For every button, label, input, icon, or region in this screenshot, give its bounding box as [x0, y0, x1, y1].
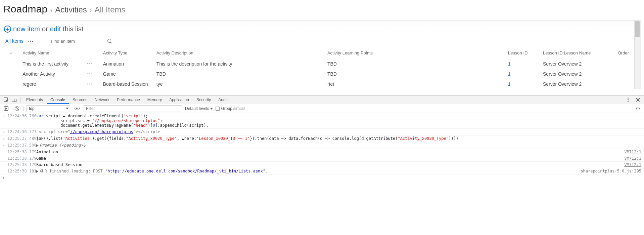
cell-lesson-name: Server Overview 2 [540, 79, 615, 89]
console-source-link[interactable]: VM712:1 [624, 162, 641, 167]
search-icon[interactable] [107, 39, 111, 43]
activities-table: ✓ Activity Name Activity Type Activity D… [3, 48, 640, 89]
cell-lesson-name: Server Overview 2 [540, 69, 615, 79]
new-item-or-text: or [42, 25, 48, 33]
cell-learning-points: rtet [325, 79, 505, 89]
cell-lesson-id[interactable]: 1 [508, 81, 511, 87]
view-all-items[interactable]: All Items [5, 38, 24, 44]
devtools-tab-network[interactable]: Network [91, 96, 113, 104]
devtools-panel: ElementsConsoleSourcesNetworkPerformance… [0, 95, 644, 181]
console-prompt[interactable]: › [0, 174, 644, 181]
console-toolbar: top Default levels Group similar [0, 104, 644, 113]
cell-activity-type: Board-based Session [100, 79, 154, 89]
cell-activity-type: Animation [100, 59, 154, 69]
row-menu-icon[interactable]: ··· [87, 61, 93, 67]
chevron-right-icon: › [3, 175, 4, 180]
cell-lesson-id[interactable]: 1 [508, 61, 511, 67]
console-entry[interactable]: ‹12:24:36.777 <script src="//unpkg.com/s… [0, 129, 644, 135]
execution-context-select[interactable]: top [27, 105, 70, 112]
devtools-close-icon[interactable] [634, 96, 642, 104]
table-row[interactable]: This is the first activity···AnimationTh… [3, 59, 640, 69]
plus-circle-icon[interactable] [4, 26, 11, 33]
console-entry[interactable]: ‹12:25:37.500Promise {<pending>} [0, 142, 644, 149]
clear-console-icon[interactable] [13, 105, 21, 113]
device-toolbar-icon[interactable] [10, 96, 18, 104]
devtools-tab-console[interactable]: Console [47, 96, 69, 104]
col-activity-name[interactable]: Activity Name [20, 48, 84, 59]
new-item-tail-text: this list [63, 25, 83, 33]
log-levels-select[interactable]: Default levels [185, 106, 213, 111]
col-activity-description[interactable]: Activity Description [154, 48, 325, 59]
cell-activity-type: Game [100, 69, 154, 79]
console-entry[interactable]: 12:25:38.181XHR finished loading: POST "… [0, 168, 644, 174]
devtools-tab-security[interactable]: Security [193, 96, 215, 104]
console-source-link[interactable]: VM712:1 [624, 156, 641, 161]
breadcrumb-list[interactable]: Activities [55, 5, 87, 14]
console-entry[interactable]: ›12:25:37.489$SP().list('Activities').ge… [0, 135, 644, 142]
cell-activity-description: tye [154, 79, 325, 89]
devtools-tab-elements[interactable]: Elements [22, 96, 47, 104]
chevron-down-icon [66, 108, 68, 109]
group-similar-checkbox[interactable]: Group similar [216, 106, 245, 111]
console-entry[interactable]: 12:25:38.179Board-based SessionVM712:1 [0, 162, 644, 168]
col-activity-type[interactable]: Activity Type [100, 48, 154, 59]
view-more-icon[interactable]: ··· [28, 39, 34, 44]
devtools-tab-performance[interactable]: Performance [113, 96, 144, 104]
devtools-tab-audits[interactable]: Audits [215, 96, 233, 104]
context-select-value: top [29, 106, 35, 111]
select-all-checkbox[interactable]: ✓ [10, 50, 13, 55]
row-menu-icon[interactable]: ··· [87, 81, 93, 87]
devtools-tab-sources[interactable]: Sources [69, 96, 91, 104]
inspect-element-icon[interactable] [2, 96, 10, 104]
cell-activity-name: regere [20, 79, 84, 89]
chevron-right-icon: › [50, 6, 52, 14]
vertical-scrollbar[interactable] [634, 21, 640, 89]
breadcrumb-root[interactable]: Roadmap [3, 3, 47, 15]
new-item-row: new item or edit this list [3, 25, 640, 36]
list-container: new item or edit this list All Items ···… [3, 20, 641, 89]
cell-lesson-id[interactable]: 1 [508, 71, 511, 77]
cell-activity-description: TBD [154, 69, 325, 79]
new-item-link[interactable]: new item [13, 25, 40, 33]
console-entry[interactable]: 12:25:38.179AnimationVM712:1 [0, 149, 644, 155]
devtools-tab-memory[interactable]: Memory [144, 96, 166, 104]
cell-activity-description: This is the description for the activity [154, 59, 325, 69]
search-box[interactable] [49, 37, 113, 45]
devtools-tab-application[interactable]: Application [166, 96, 193, 104]
chevron-down-icon [210, 108, 213, 110]
cell-activity-name: This is the first activity [20, 59, 84, 69]
search-input[interactable] [51, 39, 107, 44]
console-source-link[interactable]: sharepointplus-5.0.js:295 [581, 169, 641, 173]
table-row[interactable]: Another Activity···GameTBDTBD1Server Ove… [3, 69, 640, 79]
cell-learning-points: TBD [325, 59, 505, 69]
console-entry[interactable]: 12:25:38.179GameVM712:1 [0, 155, 644, 162]
col-lesson-name[interactable]: Lesson ID:Lesson Name [540, 48, 615, 59]
cell-learning-points: TBD [325, 69, 505, 79]
console-settings-icon[interactable] [634, 105, 642, 113]
console-source-link[interactable]: VM712:1 [624, 150, 641, 154]
execution-step-icon[interactable] [2, 105, 10, 113]
breadcrumb-view: All Items [95, 5, 126, 14]
cell-activity-name: Another Activity [20, 69, 84, 79]
console-log: ›12:24:36.760var script = document.creat… [0, 113, 644, 174]
table-row[interactable]: regere···Board-based Sessiontyertet1Serv… [3, 79, 640, 89]
row-menu-icon[interactable]: ··· [87, 71, 93, 77]
console-entry[interactable]: ›12:24:36.760var script = document.creat… [0, 113, 644, 129]
live-expression-icon[interactable] [73, 105, 81, 113]
edit-list-link[interactable]: edit [50, 25, 61, 33]
cell-lesson-name: Server Overview 2 [540, 59, 615, 69]
console-filter-input[interactable] [84, 105, 182, 112]
devtools-menu-icon[interactable] [624, 96, 632, 104]
breadcrumb: Roadmap › Activities › All Items [3, 3, 641, 20]
col-learning-points[interactable]: Activity Learning Points [325, 48, 505, 59]
chevron-right-icon: › [90, 6, 92, 14]
devtools-tabbar: ElementsConsoleSourcesNetworkPerformance… [0, 95, 644, 104]
col-lesson-id[interactable]: Lesson ID [505, 48, 540, 59]
